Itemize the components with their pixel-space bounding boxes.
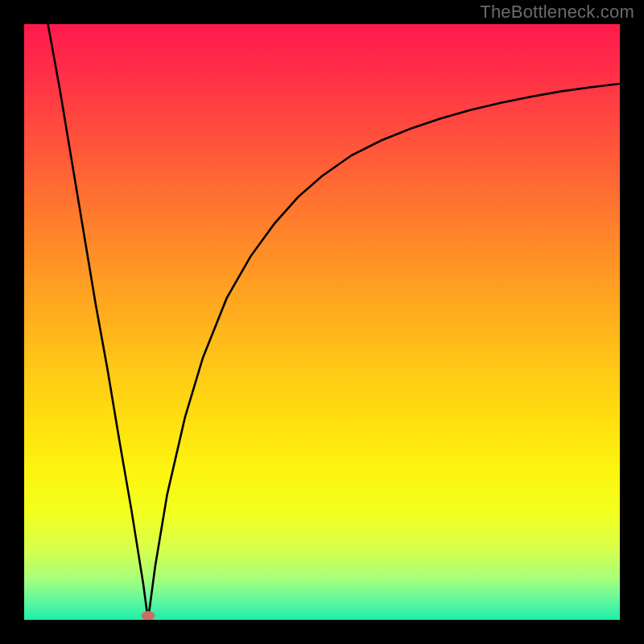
vertex-marker (141, 611, 155, 620)
curve-layer (24, 24, 620, 620)
plot-area (24, 24, 620, 620)
bottleneck-curve-left (48, 24, 148, 620)
attribution-label: TheBottleneck.com (480, 2, 634, 23)
bottleneck-curve-right (148, 84, 620, 620)
chart-frame: TheBottleneck.com (0, 0, 644, 644)
